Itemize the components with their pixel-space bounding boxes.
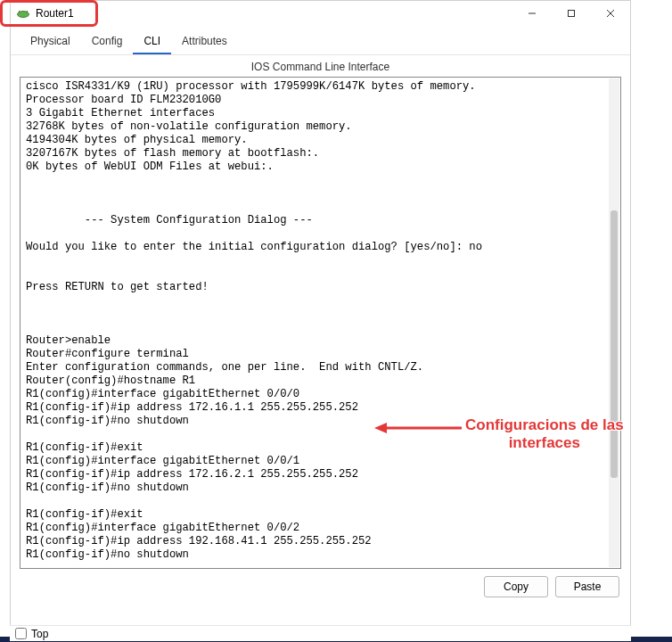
maximize-button[interactable] (552, 1, 591, 26)
top-checkbox[interactable]: Top (15, 628, 48, 640)
titlebar[interactable]: Router1 (11, 1, 630, 26)
copy-button[interactable]: Copy (484, 576, 548, 597)
tab-attributes[interactable]: Attributes (171, 29, 238, 54)
terminal-scrollbar[interactable] (609, 78, 619, 567)
panel-title: IOS Command Line Interface (11, 55, 630, 77)
cli-terminal[interactable]: cisco ISR4331/K9 (1RU) processor with 17… (20, 78, 620, 568)
paste-button[interactable]: Paste (555, 576, 619, 597)
scrollbar-thumb[interactable] (611, 210, 618, 478)
top-checkbox-label: Top (31, 628, 48, 640)
button-row: Copy Paste (11, 569, 630, 597)
tab-physical[interactable]: Physical (20, 29, 81, 54)
window-title: Router1 (36, 7, 74, 20)
router-icon (16, 6, 30, 21)
app-window: Router1 Physical Config CLI Attributes I… (10, 0, 631, 626)
tab-cli[interactable]: CLI (133, 29, 171, 54)
tab-bar: Physical Config CLI Attributes (11, 26, 630, 55)
minimize-button[interactable] (512, 1, 552, 26)
bottom-bar: Top (10, 625, 631, 641)
tab-config[interactable]: Config (81, 29, 134, 54)
top-checkbox-input[interactable] (15, 628, 27, 639)
terminal-container: cisco ISR4331/K9 (1RU) processor with 17… (20, 77, 621, 569)
svg-rect-2 (569, 11, 575, 17)
svg-point-0 (18, 12, 29, 18)
window-controls (512, 1, 630, 26)
close-button[interactable] (591, 1, 630, 26)
